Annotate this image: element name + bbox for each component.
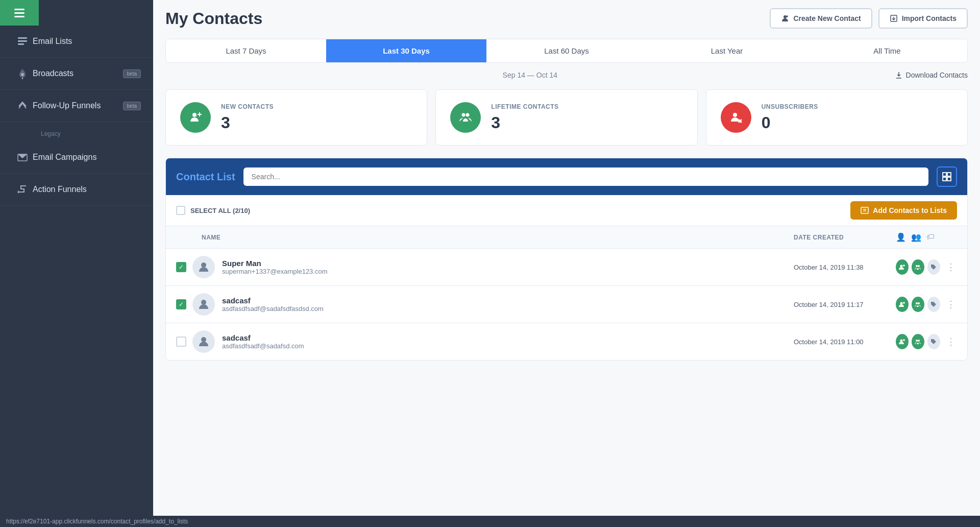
contact-name-2: sadcasf [222, 296, 794, 305]
add-to-list-2[interactable] [896, 297, 909, 312]
svg-point-43 [932, 303, 933, 304]
sidebar-item-label: Broadcasts [33, 69, 123, 78]
svg-rect-27 [861, 207, 868, 213]
add-to-list-3[interactable] [896, 334, 909, 349]
contact-date-3: October 14, 2019 11:00 [794, 338, 896, 346]
tab-last60[interactable]: Last 60 Days [486, 39, 647, 62]
stat-new-contacts: NEW CONTACTS 3 [165, 89, 427, 146]
select-all-checkbox[interactable] [176, 206, 185, 215]
tag-col-icon: 🏷 [926, 232, 935, 242]
svg-point-19 [466, 113, 470, 117]
email-campaigns-icon [12, 152, 33, 163]
sidebar-item-email-lists[interactable]: Email Lists [0, 26, 153, 58]
tab-last30[interactable]: Last 30 Days [326, 39, 486, 62]
new-contacts-icon [180, 102, 211, 133]
svg-point-31 [900, 265, 903, 268]
col-header-date: Date Created [794, 234, 896, 241]
sidebar-logo[interactable] [0, 0, 39, 26]
groups-2[interactable] [912, 297, 924, 312]
groups-3[interactable] [912, 334, 924, 349]
followup-icon [12, 100, 33, 111]
add-to-lists-label: Add Contacts to Lists [873, 206, 947, 214]
contact-row: ✓ Super Man superman+1337@example123.com… [166, 249, 967, 286]
broadcasts-icon [12, 68, 33, 79]
add-to-lists-button[interactable]: Add Contacts to Lists [850, 201, 957, 220]
svg-point-30 [201, 262, 206, 268]
sidebar-item-action-funnels[interactable]: Action Funnels [0, 174, 153, 206]
svg-point-50 [932, 340, 933, 341]
tab-last7[interactable]: Last 7 Days [166, 39, 326, 62]
svg-rect-23 [943, 173, 946, 176]
row-checkbox-1[interactable]: ✓ [176, 262, 186, 272]
contact-name-3: sadcasf [222, 333, 794, 342]
followup-badge: beta [123, 102, 141, 110]
contact-name-1: Super Man [222, 259, 794, 268]
sidebar-item-label: Follow-Up Funnels [33, 101, 123, 110]
broadcasts-badge: beta [123, 69, 141, 78]
download-contacts-link[interactable]: Download Contacts [895, 71, 968, 79]
status-url: https://ef2e7101-app.clickfunnels.com/co… [6, 518, 188, 525]
svg-rect-4 [18, 40, 27, 42]
contact-list-title: Contact List [176, 171, 235, 183]
tag-2[interactable] [927, 297, 940, 312]
contact-actions-1: ⋮ [896, 259, 957, 275]
group-col-icon: 👥 [911, 232, 921, 242]
search-input[interactable] [243, 167, 928, 186]
svg-rect-26 [947, 177, 951, 181]
sidebar-item-followup-funnels[interactable]: Follow-Up Funnels beta [0, 90, 153, 122]
add-to-list-1[interactable] [896, 259, 909, 275]
date-range-row: Sep 14 — Oct 14 Download Contacts [165, 71, 968, 79]
create-contact-button[interactable]: Create New Contact [770, 8, 872, 29]
date-range-text: Sep 14 — Oct 14 [503, 71, 557, 79]
more-options-1[interactable]: ⋮ [945, 260, 957, 274]
sidebar-legacy-label: Legacy [0, 122, 153, 141]
svg-point-6 [21, 73, 24, 76]
contact-list-header: Contact List [166, 158, 967, 195]
avatar-3 [192, 330, 215, 353]
sidebar-item-label: Email Lists [33, 37, 141, 46]
new-contacts-value: 3 [221, 113, 274, 132]
contact-email-2: asdfasdfsadf@sadafsdfasdsd.com [222, 305, 794, 313]
sidebar-item-label: Email Campaigns [33, 153, 141, 162]
svg-point-45 [900, 340, 903, 342]
svg-rect-1 [14, 12, 24, 14]
action-funnels-icon [12, 184, 33, 195]
svg-rect-2 [14, 16, 24, 17]
contact-email-3: asdfasdfsadf@sadafsd.com [222, 342, 794, 350]
svg-point-20 [733, 113, 737, 117]
import-contacts-button[interactable]: Import Contacts [878, 8, 968, 29]
header-actions: Create New Contact Import Contacts [770, 8, 968, 29]
select-all-label: SELECT ALL (2/10) [190, 207, 250, 214]
email-lists-icon [12, 36, 33, 47]
svg-point-37 [201, 300, 206, 305]
svg-point-15 [192, 113, 197, 117]
tab-lastyear[interactable]: Last Year [647, 39, 807, 62]
tag-3[interactable] [927, 334, 940, 349]
sidebar-item-broadcasts[interactable]: Broadcasts beta [0, 58, 153, 90]
svg-marker-8 [18, 154, 27, 158]
contact-info-1[interactable]: Super Man superman+1337@example123.com [222, 259, 794, 275]
sidebar-item-email-campaigns[interactable]: Email Campaigns [0, 141, 153, 174]
tab-bar: Last 7 Days Last 30 Days Last 60 Days La… [165, 39, 968, 63]
more-options-3[interactable]: ⋮ [945, 334, 957, 349]
add-contact-col-icon: 👤 [896, 232, 906, 242]
tag-1[interactable] [927, 259, 940, 275]
contact-info-3[interactable]: sadcasf asdfasdfsadf@sadafsd.com [222, 333, 794, 350]
table-view-toggle[interactable] [937, 166, 957, 187]
svg-point-10 [783, 15, 787, 18]
svg-point-42 [918, 302, 920, 304]
page-title: My Contacts [165, 9, 262, 28]
more-options-2[interactable]: ⋮ [945, 297, 957, 312]
status-bar: https://ef2e7101-app.clickfunnels.com/co… [0, 516, 980, 527]
row-checkbox-2[interactable]: ✓ [176, 299, 186, 309]
row-checkbox-3[interactable] [176, 337, 186, 347]
groups-1[interactable] [912, 259, 924, 275]
contact-info-2[interactable]: sadcasf asdfasdfsadf@sadafsdfasdsd.com [222, 296, 794, 313]
tab-alltime[interactable]: All Time [807, 39, 967, 62]
stat-unsubscribers: UNSUBSCRIBERS 0 [706, 89, 968, 146]
stats-row: NEW CONTACTS 3 LIFETIME CONTACTS 3 [165, 89, 968, 146]
sidebar: Email Lists Broadcasts beta Fol [0, 0, 153, 527]
unsubscribers-value: 0 [762, 113, 818, 132]
svg-rect-0 [14, 9, 24, 10]
contact-list-container: Contact List SELECT ALL (2/10) Add Co [165, 158, 968, 361]
